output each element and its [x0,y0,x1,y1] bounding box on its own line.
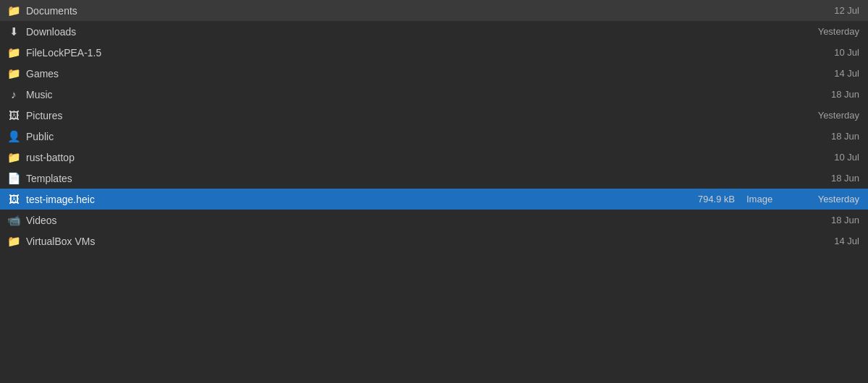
file-type: Image [746,194,797,205]
file-row[interactable]: 📁VirtualBox VMs14 Jul [0,231,868,251]
file-date: 14 Jul [797,236,862,246]
file-icon-rust-battop: 📁 [6,151,22,164]
file-date: 18 Jun [797,131,862,142]
file-name: Pictures [26,110,681,121]
file-date: 18 Jun [797,173,862,184]
file-date: 18 Jun [797,89,862,100]
file-date: Yesterday [797,26,862,37]
file-name: test-image.heic [26,194,681,205]
file-row[interactable]: 🖼PicturesYesterday [0,105,868,126]
file-row[interactable]: 📁Documents12 Jul [0,0,868,21]
file-name: Public [26,131,681,142]
file-size: 794.9 kB [681,194,746,205]
file-date: 12 Jul [797,5,862,16]
file-icon-test-image: 🖼 [6,193,22,205]
file-name: Games [26,68,681,79]
file-row[interactable]: ♪Music18 Jun [0,84,868,105]
file-date: 14 Jul [797,68,862,79]
file-row[interactable]: 📁rust-battop10 Jul [0,147,868,168]
file-date: 18 Jun [797,215,862,225]
file-name: Downloads [26,26,681,38]
file-name: Documents [26,5,681,17]
file-date: Yesterday [797,110,862,121]
file-icon-filelockpea: 📁 [6,46,22,59]
file-name: FileLockPEA-1.5 [26,47,681,59]
file-icon-pictures: 🖼 [6,109,22,121]
file-row[interactable]: 📹Videos18 Jun [0,210,868,231]
file-row[interactable]: 🖼test-image.heic794.9 kBImageYesterday [0,189,868,210]
file-row[interactable]: ⬇DownloadsYesterday [0,21,868,42]
file-icon-downloads: ⬇ [6,25,22,38]
file-icon-templates: 📄 [6,172,22,185]
file-row[interactable]: 📄Templates18 Jun [0,168,868,189]
file-row[interactable]: 👤Public18 Jun [0,126,868,147]
file-icon-documents: 📁 [6,4,22,17]
file-name: Templates [26,173,681,184]
file-icon-videos: 📹 [6,214,22,227]
file-row[interactable]: 📁Games14 Jul [0,63,868,84]
file-icon-music: ♪ [6,88,22,100]
file-icon-public: 👤 [6,130,22,143]
file-date: 10 Jul [797,47,862,58]
file-row[interactable]: 📁FileLockPEA-1.510 Jul [0,42,868,63]
file-list[interactable]: 📁Documents12 Jul⬇DownloadsYesterday📁File… [0,0,868,383]
file-icon-virtualbox: 📁 [6,235,22,248]
file-name: Music [26,89,681,100]
file-name: VirtualBox VMs [26,236,681,247]
file-name: rust-battop [26,152,681,163]
file-icon-games: 📁 [6,67,22,80]
file-date: Yesterday [797,194,862,205]
file-name: Videos [26,215,681,226]
file-date: 10 Jul [797,152,862,163]
